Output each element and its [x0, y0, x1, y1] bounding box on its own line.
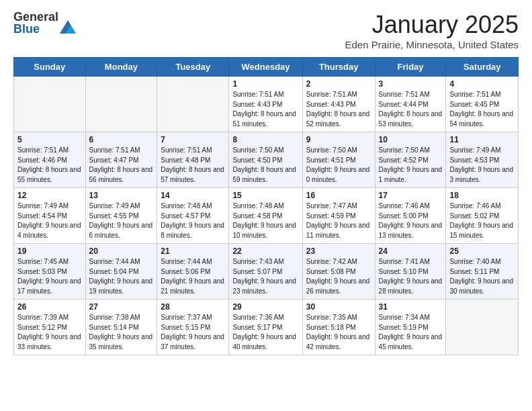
calendar-cell: 29Sunrise: 7:36 AMSunset: 5:17 PMDayligh…	[229, 300, 302, 355]
day-info: Sunrise: 7:51 AMSunset: 4:47 PMDaylight:…	[89, 146, 154, 185]
calendar-cell: 28Sunrise: 7:37 AMSunset: 5:15 PMDayligh…	[157, 300, 229, 355]
day-info: Sunrise: 7:34 AMSunset: 5:19 PMDaylight:…	[379, 313, 443, 352]
header: General Blue January 2025 Eden Prairie, …	[13, 11, 519, 50]
calendar-cell: 10Sunrise: 7:50 AMSunset: 4:52 PMDayligh…	[375, 132, 446, 188]
calendar-cell	[85, 77, 157, 132]
day-number: 31	[379, 302, 443, 312]
logo-icon	[60, 20, 76, 34]
day-info: Sunrise: 7:51 AMSunset: 4:43 PMDaylight:…	[306, 90, 371, 129]
week-row: 19Sunrise: 7:45 AMSunset: 5:03 PMDayligh…	[14, 244, 519, 300]
day-number: 17	[379, 191, 443, 200]
day-info: Sunrise: 7:37 AMSunset: 5:15 PMDaylight:…	[161, 313, 225, 352]
day-number: 29	[232, 302, 298, 312]
day-info: Sunrise: 7:40 AMSunset: 5:11 PMDaylight:…	[449, 257, 515, 296]
day-number: 27	[89, 302, 154, 312]
title-block: January 2025 Eden Prairie, Minnesota, Un…	[345, 11, 519, 50]
calendar-cell: 20Sunrise: 7:44 AMSunset: 5:04 PMDayligh…	[85, 244, 157, 300]
calendar-cell: 3Sunrise: 7:51 AMSunset: 4:44 PMDaylight…	[375, 77, 446, 132]
calendar-table: SundayMondayTuesdayWednesdayThursdayFrid…	[13, 57, 519, 355]
calendar-cell	[446, 300, 519, 355]
calendar-cell: 12Sunrise: 7:49 AMSunset: 4:54 PMDayligh…	[14, 188, 86, 244]
day-info: Sunrise: 7:38 AMSunset: 5:14 PMDaylight:…	[89, 313, 154, 352]
day-number: 3	[379, 79, 443, 89]
day-info: Sunrise: 7:43 AMSunset: 5:07 PMDaylight:…	[232, 257, 298, 296]
col-header-thursday: Thursday	[302, 58, 375, 77]
day-info: Sunrise: 7:51 AMSunset: 4:46 PMDaylight:…	[17, 146, 82, 185]
day-info: Sunrise: 7:51 AMSunset: 4:48 PMDaylight:…	[161, 146, 225, 185]
day-number: 8	[232, 135, 298, 144]
calendar-cell: 31Sunrise: 7:34 AMSunset: 5:19 PMDayligh…	[375, 300, 446, 355]
calendar-cell: 21Sunrise: 7:44 AMSunset: 5:06 PMDayligh…	[157, 244, 229, 300]
day-number: 26	[17, 302, 82, 312]
day-info: Sunrise: 7:42 AMSunset: 5:08 PMDaylight:…	[306, 257, 371, 296]
col-header-tuesday: Tuesday	[157, 58, 229, 77]
day-number: 30	[306, 302, 371, 312]
calendar-cell: 23Sunrise: 7:42 AMSunset: 5:08 PMDayligh…	[302, 244, 375, 300]
calendar-cell: 13Sunrise: 7:49 AMSunset: 4:55 PMDayligh…	[85, 188, 157, 244]
day-number: 11	[449, 135, 515, 144]
day-number: 16	[306, 191, 371, 200]
day-info: Sunrise: 7:45 AMSunset: 5:03 PMDaylight:…	[17, 257, 82, 296]
calendar-cell: 7Sunrise: 7:51 AMSunset: 4:48 PMDaylight…	[157, 132, 229, 188]
day-info: Sunrise: 7:36 AMSunset: 5:17 PMDaylight:…	[232, 313, 298, 352]
calendar-cell: 17Sunrise: 7:46 AMSunset: 5:00 PMDayligh…	[375, 188, 446, 244]
calendar-cell: 2Sunrise: 7:51 AMSunset: 4:43 PMDaylight…	[302, 77, 375, 132]
calendar-cell: 19Sunrise: 7:45 AMSunset: 5:03 PMDayligh…	[14, 244, 86, 300]
calendar-cell: 11Sunrise: 7:49 AMSunset: 4:53 PMDayligh…	[446, 132, 519, 188]
calendar-cell	[157, 77, 229, 132]
day-number: 14	[161, 191, 225, 200]
day-number: 23	[306, 246, 371, 256]
week-row: 5Sunrise: 7:51 AMSunset: 4:46 PMDaylight…	[14, 132, 519, 188]
logo-blue-text: Blue	[13, 23, 58, 35]
day-number: 6	[89, 135, 154, 144]
day-info: Sunrise: 7:51 AMSunset: 4:43 PMDaylight:…	[232, 90, 298, 129]
week-row: 12Sunrise: 7:49 AMSunset: 4:54 PMDayligh…	[14, 188, 519, 244]
day-number: 12	[17, 191, 82, 200]
week-row: 1Sunrise: 7:51 AMSunset: 4:43 PMDaylight…	[14, 77, 519, 132]
day-info: Sunrise: 7:50 AMSunset: 4:52 PMDaylight:…	[379, 146, 443, 185]
calendar-cell: 26Sunrise: 7:39 AMSunset: 5:12 PMDayligh…	[14, 300, 86, 355]
location-title: Eden Prairie, Minnesota, United States	[345, 39, 519, 50]
day-number: 4	[449, 79, 515, 89]
calendar-cell: 6Sunrise: 7:51 AMSunset: 4:47 PMDaylight…	[85, 132, 157, 188]
calendar-cell: 18Sunrise: 7:46 AMSunset: 5:02 PMDayligh…	[446, 188, 519, 244]
calendar-cell: 9Sunrise: 7:50 AMSunset: 4:51 PMDaylight…	[302, 132, 375, 188]
day-info: Sunrise: 7:51 AMSunset: 4:45 PMDaylight:…	[449, 90, 515, 129]
calendar-cell: 22Sunrise: 7:43 AMSunset: 5:07 PMDayligh…	[229, 244, 302, 300]
day-info: Sunrise: 7:47 AMSunset: 4:59 PMDaylight:…	[306, 201, 371, 240]
col-header-sunday: Sunday	[14, 58, 86, 77]
day-number: 5	[17, 135, 82, 144]
calendar-cell: 1Sunrise: 7:51 AMSunset: 4:43 PMDaylight…	[229, 77, 302, 132]
day-number: 21	[161, 246, 225, 256]
col-header-wednesday: Wednesday	[229, 58, 302, 77]
day-info: Sunrise: 7:46 AMSunset: 5:00 PMDaylight:…	[379, 201, 443, 240]
day-number: 18	[449, 191, 515, 200]
day-info: Sunrise: 7:51 AMSunset: 4:44 PMDaylight:…	[379, 90, 443, 129]
day-info: Sunrise: 7:44 AMSunset: 5:06 PMDaylight:…	[161, 257, 225, 296]
week-row: 26Sunrise: 7:39 AMSunset: 5:12 PMDayligh…	[14, 300, 519, 355]
day-info: Sunrise: 7:46 AMSunset: 5:02 PMDaylight:…	[449, 201, 515, 240]
col-header-monday: Monday	[85, 58, 157, 77]
calendar-cell: 14Sunrise: 7:48 AMSunset: 4:57 PMDayligh…	[157, 188, 229, 244]
header-row: SundayMondayTuesdayWednesdayThursdayFrid…	[14, 58, 519, 77]
day-number: 2	[306, 79, 371, 89]
month-title: January 2025	[345, 11, 519, 39]
calendar-cell: 24Sunrise: 7:41 AMSunset: 5:10 PMDayligh…	[375, 244, 446, 300]
day-info: Sunrise: 7:44 AMSunset: 5:04 PMDaylight:…	[89, 257, 154, 296]
day-number: 15	[232, 191, 298, 200]
calendar-cell	[14, 77, 86, 132]
calendar-cell: 5Sunrise: 7:51 AMSunset: 4:46 PMDaylight…	[14, 132, 86, 188]
calendar-cell: 8Sunrise: 7:50 AMSunset: 4:50 PMDaylight…	[229, 132, 302, 188]
day-info: Sunrise: 7:41 AMSunset: 5:10 PMDaylight:…	[379, 257, 443, 296]
calendar-cell: 15Sunrise: 7:48 AMSunset: 4:58 PMDayligh…	[229, 188, 302, 244]
calendar-cell: 25Sunrise: 7:40 AMSunset: 5:11 PMDayligh…	[446, 244, 519, 300]
day-number: 1	[232, 79, 298, 89]
col-header-friday: Friday	[375, 58, 446, 77]
logo: General Blue	[13, 11, 76, 35]
day-info: Sunrise: 7:50 AMSunset: 4:50 PMDaylight:…	[232, 146, 298, 185]
day-number: 28	[161, 302, 225, 312]
calendar-cell: 30Sunrise: 7:35 AMSunset: 5:18 PMDayligh…	[302, 300, 375, 355]
day-info: Sunrise: 7:39 AMSunset: 5:12 PMDaylight:…	[17, 313, 82, 352]
day-info: Sunrise: 7:49 AMSunset: 4:54 PMDaylight:…	[17, 201, 82, 240]
day-number: 7	[161, 135, 225, 144]
